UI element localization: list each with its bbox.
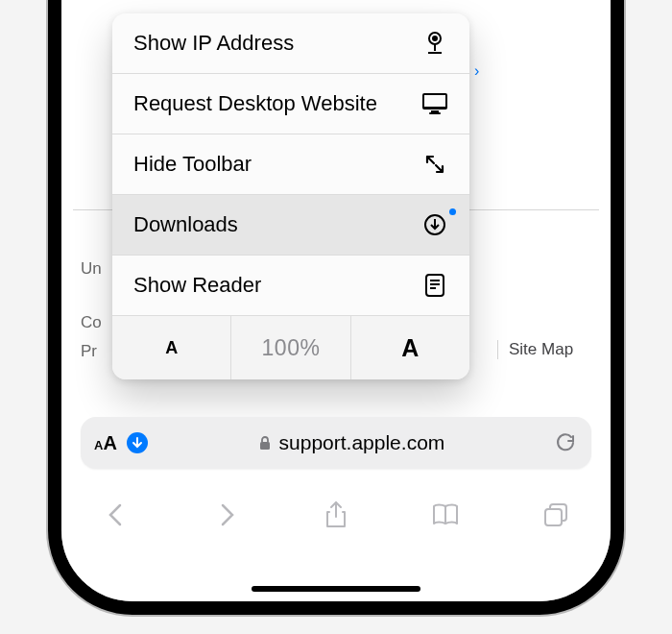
svg-point-1 xyxy=(433,37,437,40)
desktop-monitor-icon xyxy=(421,90,448,117)
downloads-activity-dot xyxy=(449,208,456,215)
menu-item-show-reader[interactable]: Show Reader xyxy=(112,256,469,316)
iphone-screen: › Un Co Pr Site Map Show IP Address xyxy=(61,0,611,601)
book-icon xyxy=(431,502,460,527)
bookmarks-button[interactable] xyxy=(424,494,467,536)
url-text: support.apple.com xyxy=(279,431,445,454)
svg-rect-7 xyxy=(429,112,441,114)
page-settings-button[interactable]: AA xyxy=(81,432,148,454)
back-button[interactable] xyxy=(95,494,137,536)
zoom-small-a-icon: A xyxy=(165,338,178,358)
address-bar[interactable]: AA support.apple.com xyxy=(81,417,591,469)
iphone-device-frame: › Un Co Pr Site Map Show IP Address xyxy=(48,0,624,615)
svg-rect-6 xyxy=(431,110,439,112)
zoom-percent-display[interactable]: 100% xyxy=(231,316,350,379)
refresh-button[interactable] xyxy=(555,432,591,453)
menu-item-downloads[interactable]: Downloads xyxy=(112,195,469,256)
ip-pin-icon xyxy=(421,30,448,57)
menu-item-label: Downloads xyxy=(133,212,238,237)
svg-rect-17 xyxy=(545,509,562,525)
forward-button[interactable] xyxy=(205,494,248,536)
svg-rect-15 xyxy=(260,442,270,450)
text-zoom-row: A 100% A xyxy=(112,316,469,379)
menu-item-show-ip[interactable]: Show IP Address xyxy=(112,13,469,74)
chevron-left-icon xyxy=(107,501,126,528)
menu-item-label: Show IP Address xyxy=(133,31,294,56)
url-display[interactable]: support.apple.com xyxy=(148,431,555,454)
bg-text-2: Co xyxy=(81,313,102,332)
share-button[interactable] xyxy=(315,494,357,536)
bg-text-1: Un xyxy=(81,259,102,279)
menu-item-label: Show Reader xyxy=(133,273,261,298)
reader-doc-icon xyxy=(421,272,448,299)
text-size-icon: AA xyxy=(94,432,117,454)
zoom-decrease-button[interactable]: A xyxy=(112,316,231,379)
menu-item-label: Hide Toolbar xyxy=(133,152,252,177)
menu-item-hide-toolbar[interactable]: Hide Toolbar xyxy=(112,134,469,195)
share-icon xyxy=(324,500,348,529)
zoom-increase-button[interactable]: A xyxy=(351,316,469,379)
lock-icon xyxy=(258,435,272,451)
zoom-big-a-icon: A xyxy=(401,334,419,362)
home-indicator[interactable] xyxy=(252,586,420,592)
menu-item-label: Request Desktop Website xyxy=(133,91,377,116)
refresh-icon xyxy=(555,432,576,453)
downloads-icon xyxy=(421,211,448,238)
menu-item-request-desktop[interactable]: Request Desktop Website xyxy=(112,74,469,134)
chevron-right-icon xyxy=(217,501,236,528)
tabs-icon xyxy=(542,501,569,528)
svg-rect-5 xyxy=(424,95,445,107)
chevron-right-icon: › xyxy=(474,62,479,80)
page-settings-popover: Show IP Address Request Desktop Website xyxy=(112,13,469,379)
downloads-badge-icon[interactable] xyxy=(127,432,148,453)
bg-text-3: Pr xyxy=(81,342,97,361)
expand-arrows-icon xyxy=(421,151,448,178)
tabs-button[interactable] xyxy=(535,494,577,536)
zoom-percent-label: 100% xyxy=(262,335,321,361)
safari-toolbar xyxy=(61,486,611,544)
site-map-link[interactable]: Site Map xyxy=(509,340,573,359)
